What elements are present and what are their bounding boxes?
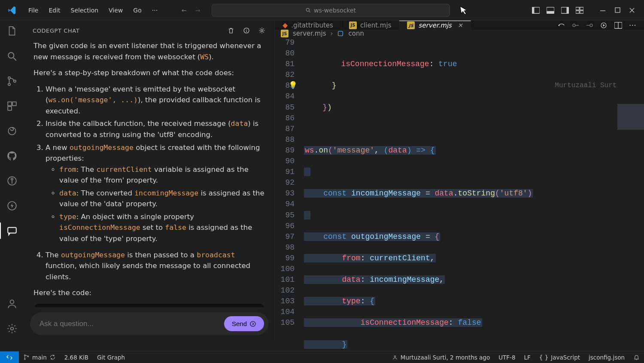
- search-activity-icon[interactable]: [6, 50, 18, 63]
- lightbulb-icon[interactable]: 💡: [289, 80, 298, 91]
- gitlens-icon[interactable]: [6, 174, 18, 187]
- tab-client-mjs[interactable]: JS client.mjs: [341, 21, 400, 30]
- svg-point-18: [8, 77, 10, 79]
- code-token: from: [59, 165, 76, 174]
- svg-point-51: [24, 355, 25, 356]
- layout-primary-icon[interactable]: [532, 6, 540, 15]
- gear-icon[interactable]: [258, 27, 266, 34]
- remote-explorer-icon[interactable]: [6, 125, 18, 137]
- line-number: 104: [275, 307, 295, 317]
- list-item: The outgoingMessage is then passed to a …: [46, 250, 265, 283]
- extensions-icon[interactable]: [6, 100, 18, 113]
- svg-point-26: [11, 178, 13, 180]
- layout-secondary-icon[interactable]: [561, 6, 569, 15]
- send-button[interactable]: Send: [224, 316, 264, 331]
- code-token: WS: [200, 53, 209, 61]
- close-tab-icon[interactable]: ✕: [458, 22, 463, 29]
- tab-gitattributes[interactable]: ◆ .gitattributes: [275, 21, 341, 30]
- svg-rect-11: [580, 10, 583, 13]
- svg-point-44: [590, 24, 592, 27]
- encoding-indicator[interactable]: UTF-8: [494, 354, 519, 361]
- tab-label: .gitattributes: [291, 21, 333, 29]
- line-number: 105: [275, 317, 295, 328]
- eol-indicator[interactable]: LF: [520, 354, 535, 361]
- code-area[interactable]: 79 80 81 82 83 84 85 86 87 88 89 90 91 9…: [275, 37, 644, 363]
- layout-customize-icon[interactable]: [575, 6, 584, 15]
- breadcrumb[interactable]: JS server.mjs › conn: [275, 30, 644, 37]
- layout-panel-icon[interactable]: [546, 6, 555, 15]
- thunder-icon[interactable]: [6, 199, 18, 212]
- chat-text: function, which likely sends the message…: [46, 262, 250, 281]
- titlebar-right: [532, 6, 644, 15]
- search-text: ws-websocket: [314, 7, 356, 14]
- nav-next-icon[interactable]: [586, 22, 593, 28]
- go-back-icon[interactable]: [558, 22, 565, 28]
- git-file-icon: ◆: [283, 21, 288, 29]
- git-graph-button[interactable]: Git Graph: [93, 354, 129, 361]
- language-mode[interactable]: { } JavaScript: [535, 354, 584, 361]
- jsconfig-indicator[interactable]: jsconfig.json: [584, 354, 629, 361]
- list-item: from: The currentClient variable is assi…: [59, 164, 265, 186]
- activity-bar: [0, 21, 24, 340]
- send-label: Send: [232, 320, 247, 327]
- code-token: outgoingMessage: [61, 251, 125, 259]
- line-number: 88: [275, 134, 295, 145]
- accounts-icon[interactable]: [6, 297, 18, 310]
- line-number: 90: [275, 156, 295, 167]
- more-actions-icon[interactable]: ···: [629, 21, 636, 30]
- line-number: 89: [275, 145, 295, 156]
- run-file-icon[interactable]: [600, 21, 608, 29]
- search-icon: [305, 7, 311, 13]
- menu-file[interactable]: File: [24, 4, 43, 16]
- split-editor-icon[interactable]: [614, 22, 622, 29]
- trash-icon[interactable]: [227, 27, 235, 34]
- menu-view[interactable]: View: [104, 4, 127, 16]
- explorer-icon[interactable]: [6, 25, 18, 38]
- blame-text: Murtuzaali Surti, 2 months ago: [401, 354, 490, 361]
- menu-go[interactable]: Go: [129, 4, 146, 16]
- nav-back-icon[interactable]: ←: [179, 5, 189, 15]
- notifications-icon[interactable]: [629, 354, 644, 360]
- window-close-icon[interactable]: [628, 6, 636, 15]
- branch-indicator[interactable]: main: [19, 354, 60, 361]
- chat-intro: The given code is an event listener that…: [33, 40, 265, 62]
- code-token: currentClient: [97, 165, 152, 174]
- menu-selection[interactable]: Selection: [67, 4, 103, 16]
- line-number: 93: [275, 188, 295, 199]
- window-minimize-icon[interactable]: [598, 6, 607, 15]
- settings-gear-icon[interactable]: [6, 322, 18, 335]
- menu-more[interactable]: ···: [148, 4, 162, 16]
- chat-heres-code: Here's the code:: [33, 287, 265, 299]
- github-icon[interactable]: [6, 149, 18, 162]
- sync-icon[interactable]: [49, 354, 56, 360]
- info-icon[interactable]: [243, 27, 250, 34]
- svg-point-54: [394, 355, 396, 357]
- tab-label: server.mjs: [418, 21, 451, 29]
- svg-point-52: [24, 359, 25, 360]
- breadcrumb-symbol[interactable]: conn: [348, 30, 364, 37]
- menu-edit[interactable]: Edit: [44, 4, 64, 16]
- chat-steps-list: When a 'message' event is emitted by the…: [33, 84, 265, 283]
- chat-text: : The converted: [76, 189, 134, 197]
- chat-input-field[interactable]: [39, 320, 224, 328]
- source-control-icon[interactable]: [6, 75, 18, 88]
- remote-indicator[interactable]: [0, 351, 19, 363]
- repo-size[interactable]: 2.68 KiB: [60, 354, 93, 361]
- breadcrumb-file[interactable]: server.mjs: [293, 30, 326, 37]
- code-content[interactable]: 💡 isConnectionMessage: true } }) ws.on('…: [301, 37, 644, 363]
- nav-forward-icon[interactable]: →: [193, 5, 203, 15]
- svg-point-0: [306, 8, 309, 11]
- line-number: 94: [275, 199, 295, 210]
- tab-server-mjs[interactable]: JS server.mjs ✕: [399, 21, 471, 30]
- chat-input-row: Send: [24, 307, 274, 340]
- command-center[interactable]: ws-websocket: [212, 4, 450, 17]
- chat-icon[interactable]: [6, 224, 18, 237]
- editor-tabs: ◆ .gitattributes JS client.mjs JS server…: [275, 21, 644, 30]
- svg-rect-7: [567, 7, 569, 13]
- svg-rect-23: [8, 107, 12, 110]
- minimap[interactable]: /*decorative*/: [617, 53, 644, 337]
- gitlens-status[interactable]: Murtuzaali Surti, 2 months ago: [388, 354, 494, 361]
- window-maximize-icon[interactable]: [613, 6, 622, 15]
- chat-input[interactable]: Send: [30, 312, 268, 335]
- nav-prev-icon[interactable]: [572, 22, 579, 28]
